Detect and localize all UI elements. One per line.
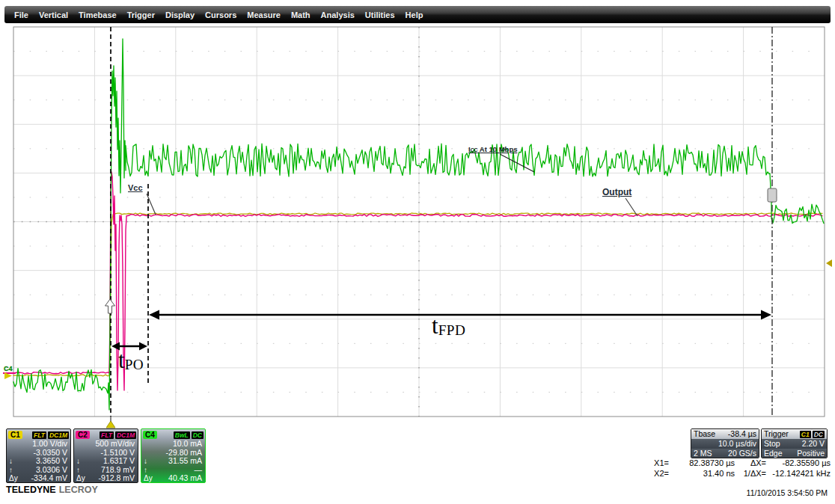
trigger-source-badge: C1 (800, 431, 811, 438)
tfpd-arrowhead-left (149, 310, 159, 320)
c4-delta-value: 40.43 mA (156, 474, 202, 483)
c1-up-arrow-icon: ↑ (9, 466, 22, 475)
icc-label-sub: CC (471, 147, 478, 153)
c2-coupling-badge-flt: FLT (100, 431, 114, 439)
tfpd-measurement-label: tFPD (432, 314, 465, 337)
cursor-row-x1: X1= 82.38730 µs ΔX= -82.35590 µs (648, 458, 831, 468)
vcc-annotation-label: Vcc (128, 183, 143, 192)
tpo-label-main: t (118, 347, 125, 373)
trigger-descriptor[interactable]: Trigger C1 DC Stop 2.20 V Edge Positive (761, 428, 828, 458)
timestamp: 11/10/2015 3:54:50 PM (747, 488, 828, 497)
trigger-mode-row: Stop 2.20 V (762, 439, 827, 449)
c4-bandwidth-badge-bwl: BwL (174, 431, 190, 439)
trigger-mode: Stop (764, 439, 780, 449)
c1-glyph-1 (9, 449, 22, 458)
dx-value: -82.35590 µs (766, 458, 831, 468)
c2-down-arrow-icon: ↓ (76, 457, 89, 466)
c2-header: C2 FLT DC1M (74, 429, 138, 440)
output-annotation-label: Output (602, 187, 631, 197)
timebase-header: Tbase -38.4 µs (691, 429, 759, 439)
cursor-row-x2: X2= 31.40 ns 1/ΔX= -12.142421 kHz (648, 468, 831, 479)
c1-delta-icon: Δy (9, 474, 22, 483)
brand-teledyne: TELEDYNE (6, 485, 56, 495)
c2-delta-icon: Δy (76, 474, 89, 483)
c1-scale-row: 1.00 V/div (7, 440, 70, 449)
tfpd-label-sub: FPD (438, 322, 466, 338)
c2-scale-row: 500 mV/div (74, 440, 138, 449)
trigger-level: 2.20 V (802, 439, 825, 449)
dx-label: ΔX= (735, 458, 766, 468)
x1-cursor-handle[interactable] (768, 188, 777, 202)
c2-glyph-0 (76, 440, 89, 449)
c1-scale-value: 1.00 V/div (22, 440, 67, 449)
c1-down-arrow-icon: ↓ (9, 457, 22, 466)
c4-zero-marker[interactable]: C4 (4, 365, 13, 372)
c1-delta-value: -334.4 mV (22, 474, 67, 483)
channel-descriptor-c4[interactable]: C4 BwL DC 10.0 mA -29.80 mA ↓31.55 mA ↑—… (141, 428, 206, 483)
x2-value: 31.40 ns (669, 468, 735, 479)
cursor-readout: X1= 82.38730 µs ΔX= -82.35590 µs X2= 31.… (648, 458, 831, 479)
c4-header: C4 BwL DC (141, 429, 205, 440)
c2-coupling-badge-dc1m: DC1M (115, 431, 136, 439)
c4-scale-row: 10.0 mA (141, 440, 205, 449)
invdx-value: -12.142421 kHz (766, 468, 831, 479)
trigger-coupling-badge: DC (813, 431, 825, 438)
c2-up-arrow-icon: ↑ (76, 466, 89, 475)
icc-label-rest: At 10 Mbps (478, 145, 518, 153)
vcc-leader-line (147, 194, 156, 215)
channel-descriptor-c2[interactable]: C2 FLT DC1M 500 mV/div -1.5100 V ↓1.6317… (73, 428, 138, 483)
c4-scale-value: 10.0 mA (156, 440, 202, 449)
c1-badge: C1 (8, 431, 22, 439)
c1-glyph-0 (9, 440, 22, 449)
oscilloscope-screen: File Vertical Timebase Trigger Display C… (0, 0, 835, 504)
x2-label: X2= (648, 468, 669, 479)
tfpd-arrowhead-right (761, 310, 771, 320)
c2-delta-row: Δy-912.8 mV (74, 474, 138, 483)
c1-coupling-badge-dc1m: DC1M (48, 431, 69, 439)
invdx-label: 1/ΔX= (735, 468, 766, 479)
timebase-scale: 10.0 µs/div (718, 439, 756, 449)
c4-up-arrow-icon: ↑ (144, 466, 156, 475)
c4-glyph-1 (144, 449, 156, 458)
trigger-level-marker[interactable] (826, 259, 832, 267)
trigger-time-marker[interactable] (106, 421, 115, 428)
c1-header: C1 FLT DC1M (7, 429, 70, 440)
channel-descriptor-c1[interactable]: C1 FLT DC1M 1.00 V/div -3.0350 V ↓3.3650… (6, 428, 71, 483)
teledyne-lecroy-logo: TELEDYNELECROY (6, 485, 98, 495)
timebase-offset: -38.4 µs (728, 429, 756, 439)
tpo-measurement-label: tPO (118, 348, 144, 372)
brand-lecroy: LECROY (59, 485, 98, 495)
icc-annotation-label: ICC At 10 Mbps (468, 145, 517, 153)
trigger-header: Trigger C1 DC (762, 429, 827, 439)
x1-label: X1= (648, 458, 669, 468)
c2-glyph-1 (76, 449, 89, 458)
tpo-label-sub: PO (125, 357, 144, 372)
timebase-title: Tbase (694, 429, 715, 439)
timebase-scale-row: 10.0 µs/div (691, 439, 759, 449)
c4-coupling-badge-dc: DC (192, 431, 204, 439)
timebase-descriptor[interactable]: Tbase -38.4 µs 10.0 µs/div 2 MS 20 GS/s (691, 428, 759, 458)
c1-delta-row: Δy-334.4 mV (7, 474, 70, 483)
c4-delta-row: Δy40.43 mA (141, 474, 205, 483)
tfpd-label-main: t (432, 313, 438, 339)
c4-down-arrow-icon: ↓ (144, 457, 156, 466)
c1-coupling-badge-flt: FLT (32, 431, 46, 439)
trigger-title: Trigger (764, 429, 789, 439)
c2-scale-value: 500 mV/div (89, 440, 135, 449)
c4-glyph-0 (144, 440, 156, 449)
c2-level-marker-arrow (105, 299, 115, 313)
c4-delta-icon: Δy (144, 474, 156, 483)
c2-badge: C2 (76, 431, 90, 439)
c4-badge: C4 (143, 431, 157, 439)
x1-value: 82.38730 µs (669, 458, 735, 468)
c2-delta-value: -912.8 mV (89, 474, 135, 483)
